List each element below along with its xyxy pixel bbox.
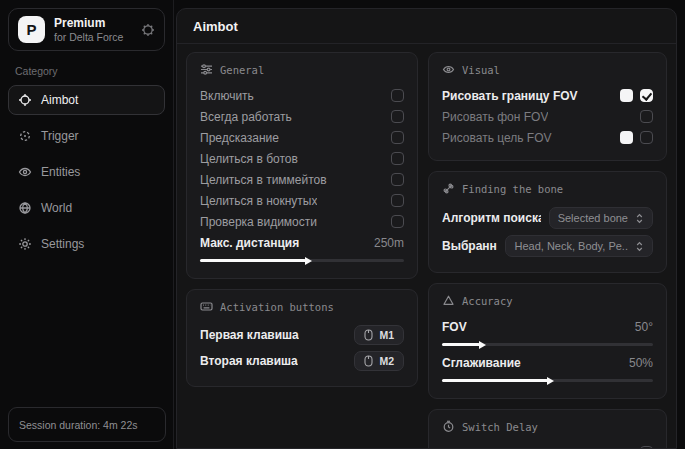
- keyboard-icon: [200, 300, 213, 313]
- sidebar-item-entities[interactable]: Entities: [8, 157, 165, 187]
- slider-row-fov: FOV 50°: [442, 316, 653, 337]
- panel-general-title: General: [200, 63, 404, 76]
- keybind-key: M2: [379, 355, 394, 367]
- sidebar-item-world[interactable]: World: [8, 193, 165, 223]
- globe-icon: [18, 201, 32, 215]
- checkbox[interactable]: [391, 173, 404, 186]
- checkbox[interactable]: [391, 215, 404, 228]
- slider-row-smoothing: Сглаживание 50%: [442, 352, 653, 373]
- selected-bones-dropdown[interactable]: Head, Neck, Body, Pe..: [505, 235, 653, 257]
- panel-finding-bone: Finding the bone Алгоритм поиска кост Se…: [428, 171, 667, 273]
- select-chevrons-icon: [635, 213, 644, 224]
- panel-title-label: Accuracy: [462, 295, 513, 307]
- visual-label: Рисовать цель FOV: [442, 131, 552, 145]
- visual-label: Рисовать фон FOV: [442, 110, 548, 124]
- session-duration-box: Session duration: 4m 22s: [8, 407, 166, 442]
- checkbox[interactable]: [391, 89, 404, 102]
- toggle-row: Целиться в нокнутых: [200, 190, 404, 211]
- panel-visual: Visual Рисовать границу FOV Рисовать фон…: [428, 52, 667, 161]
- toggle-row: Целиться в ботов: [200, 148, 404, 169]
- toggle-label: Включить: [200, 89, 254, 103]
- timer-icon: [442, 420, 455, 433]
- color-swatch[interactable]: [620, 131, 633, 144]
- checkbox[interactable]: [391, 152, 404, 165]
- bone-algorithm-dropdown[interactable]: Selected bone: [549, 207, 653, 229]
- slider-label: Сглаживание: [442, 356, 521, 370]
- toggle-row: Предсказание: [200, 127, 404, 148]
- slider-value: 250m: [374, 236, 404, 250]
- sidebar-item-settings[interactable]: Settings: [8, 229, 165, 259]
- sidebar-item-label: Settings: [41, 237, 84, 251]
- sidebar-item-trigger[interactable]: Trigger: [8, 121, 165, 151]
- page-title: Aimbot: [193, 19, 660, 34]
- brand-title: Premium: [54, 16, 132, 30]
- sidebar-item-label: Trigger: [41, 129, 79, 143]
- eye-icon: [18, 165, 32, 179]
- visual-row: Рисовать границу FOV: [442, 85, 653, 106]
- sliders-icon: [200, 63, 213, 76]
- toggle-label: Всегда работать: [200, 110, 292, 124]
- toggle-row: Целиться в тиммейтов: [200, 169, 404, 190]
- sidebar-item-label: World: [41, 201, 72, 215]
- panel-title-label: Finding the bone: [462, 183, 563, 195]
- column-left: General Включить Всегда работать Предска…: [186, 52, 418, 449]
- visual-controls: [620, 89, 653, 102]
- keybind-button-m2[interactable]: M2: [354, 351, 404, 371]
- toggle-row: Всегда работать: [200, 106, 404, 127]
- slider-value: 50°: [635, 320, 653, 334]
- checkbox[interactable]: [640, 89, 653, 102]
- panel-accuracy: Accuracy FOV 50° Сглаживание 50%: [428, 283, 667, 399]
- sidebar-item-label: Aimbot: [41, 93, 78, 107]
- panel-bone-title: Finding the bone: [442, 182, 653, 195]
- sidebar-item-label: Entities: [41, 165, 80, 179]
- content: General Включить Всегда работать Предска…: [177, 44, 676, 449]
- visual-label: Рисовать границу FOV: [442, 89, 578, 103]
- brand-subtitle: for Delta Force: [54, 31, 132, 43]
- checkbox[interactable]: [640, 131, 653, 144]
- max-distance-slider[interactable]: [200, 259, 404, 262]
- smoothing-slider[interactable]: [442, 379, 653, 382]
- keybind-button-m1[interactable]: M1: [354, 325, 404, 345]
- dropdown-label: Алгоритм поиска кост: [442, 211, 541, 225]
- checkbox[interactable]: [391, 110, 404, 123]
- slider-fill: [442, 379, 548, 382]
- page-header: Aimbot: [177, 9, 676, 44]
- toggle-label: Задержка переключения: [442, 446, 580, 449]
- visual-controls: [640, 110, 653, 123]
- dropdown-row: Выбранные кос Head, Neck, Body, Pe..: [442, 232, 653, 260]
- panel-visual-title: Visual: [442, 63, 653, 76]
- fov-slider[interactable]: [442, 343, 653, 346]
- visual-controls: [620, 131, 653, 144]
- toggle-row: Включить: [200, 85, 404, 106]
- panel-activation-buttons: Activation buttons Первая клавиша M1: [186, 289, 418, 387]
- keybind-row: Первая клавиша M1: [200, 322, 404, 348]
- panel-title-label: Visual: [462, 64, 500, 76]
- slider-value: 50%: [629, 356, 653, 370]
- mouse-icon: [364, 355, 373, 367]
- panel-general: General Включить Всегда работать Предска…: [186, 52, 418, 279]
- dropdown-label: Выбранные кос: [442, 239, 497, 253]
- slider-thumb[interactable]: [479, 341, 486, 349]
- gear-icon[interactable]: [141, 23, 155, 37]
- checkbox[interactable]: [391, 131, 404, 144]
- checkbox[interactable]: [391, 194, 404, 207]
- slider-label: Макс. дистанция: [200, 236, 299, 250]
- toggle-row: Задержка переключения: [442, 442, 653, 449]
- keybind-row: Вторая клавиша M2: [200, 348, 404, 374]
- slider-row-max-distance: Макс. дистанция 250m: [200, 232, 404, 253]
- checkbox[interactable]: [640, 110, 653, 123]
- color-swatch[interactable]: [620, 89, 633, 102]
- panel-title-label: Switch Delay: [462, 421, 538, 433]
- sidebar-item-aimbot[interactable]: Aimbot: [8, 85, 165, 115]
- category-label: Category: [15, 65, 165, 77]
- slider-thumb[interactable]: [547, 377, 554, 385]
- mouse-icon: [364, 329, 373, 341]
- toggle-label: Проверка видимости: [200, 215, 317, 229]
- select-chevrons-icon: [635, 241, 644, 252]
- toggle-label: Целиться в ботов: [200, 152, 298, 166]
- keybind-key: M1: [379, 329, 394, 341]
- panel-switch-delay: Switch Delay Задержка переключения Задер…: [428, 409, 667, 449]
- panel-title-label: General: [220, 64, 264, 76]
- slider-thumb[interactable]: [305, 257, 312, 265]
- slider-fill: [442, 343, 480, 346]
